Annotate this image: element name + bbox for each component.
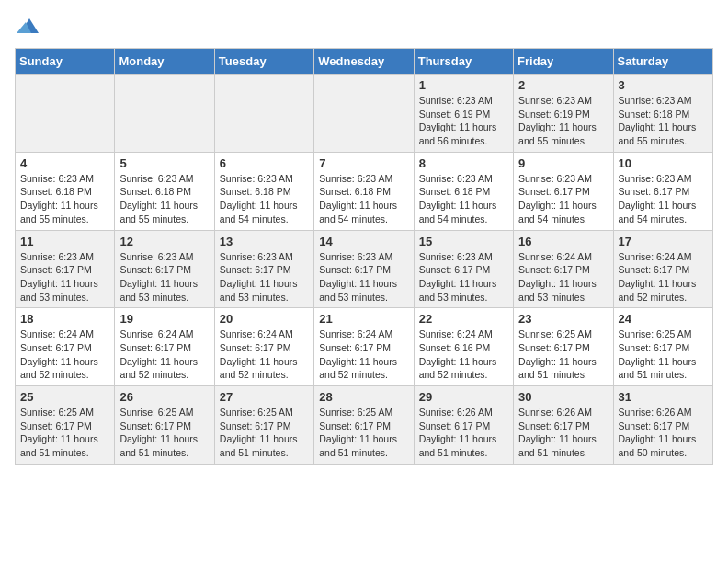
calendar-cell: 6Sunrise: 6:23 AM Sunset: 6:18 PM Daylig…: [214, 152, 313, 230]
day-info: Sunrise: 6:24 AM Sunset: 6:17 PM Dayligh…: [119, 327, 209, 382]
weekday-header-thursday: Thursday: [414, 49, 513, 75]
day-info: Sunrise: 6:23 AM Sunset: 6:18 PM Dayligh…: [20, 172, 109, 226]
weekday-header-wednesday: Wednesday: [314, 49, 414, 75]
calendar-cell: 22Sunrise: 6:24 AM Sunset: 6:16 PM Dayli…: [414, 308, 513, 386]
calendar-cell: 4Sunrise: 6:23 AM Sunset: 6:18 PM Daylig…: [16, 152, 115, 230]
calendar-cell: 23Sunrise: 6:25 AM Sunset: 6:17 PM Dayli…: [514, 308, 613, 386]
day-number: 2: [518, 78, 608, 92]
day-info: Sunrise: 6:25 AM Sunset: 6:17 PM Dayligh…: [518, 327, 608, 382]
day-number: 18: [20, 312, 109, 326]
weekday-header-sunday: Sunday: [16, 49, 115, 75]
day-info: Sunrise: 6:26 AM Sunset: 6:17 PM Dayligh…: [518, 406, 608, 460]
day-number: 7: [319, 156, 408, 170]
calendar-cell: 3Sunrise: 6:23 AM Sunset: 6:18 PM Daylig…: [613, 75, 712, 153]
calendar-cell: 19Sunrise: 6:24 AM Sunset: 6:17 PM Dayli…: [115, 308, 214, 386]
calendar-cell: 14Sunrise: 6:23 AM Sunset: 6:17 PM Dayli…: [314, 230, 414, 308]
day-number: 23: [518, 312, 608, 326]
calendar-cell: 2Sunrise: 6:23 AM Sunset: 6:19 PM Daylig…: [514, 75, 613, 153]
day-number: 28: [319, 390, 408, 404]
weekday-header-saturday: Saturday: [613, 49, 712, 75]
day-info: Sunrise: 6:23 AM Sunset: 6:19 PM Dayligh…: [419, 94, 508, 148]
day-number: 27: [220, 390, 309, 404]
calendar-cell: 16Sunrise: 6:24 AM Sunset: 6:17 PM Dayli…: [514, 230, 613, 308]
calendar-cell: [16, 75, 115, 153]
calendar-cell: 21Sunrise: 6:24 AM Sunset: 6:17 PM Dayli…: [314, 308, 414, 386]
day-info: Sunrise: 6:24 AM Sunset: 6:16 PM Dayligh…: [419, 327, 508, 382]
day-number: 5: [119, 156, 209, 170]
day-info: Sunrise: 6:23 AM Sunset: 6:17 PM Dayligh…: [619, 172, 708, 226]
day-number: 17: [619, 235, 708, 248]
weekday-header-monday: Monday: [115, 49, 214, 75]
day-number: 22: [419, 312, 508, 326]
calendar-week-row: 18Sunrise: 6:24 AM Sunset: 6:17 PM Dayli…: [16, 308, 713, 386]
calendar-week-row: 25Sunrise: 6:25 AM Sunset: 6:17 PM Dayli…: [16, 386, 713, 465]
calendar-cell: [314, 75, 414, 153]
page-header: [15, 15, 713, 37]
day-number: 9: [518, 156, 608, 170]
day-info: Sunrise: 6:25 AM Sunset: 6:17 PM Dayligh…: [119, 406, 209, 460]
calendar-cell: 12Sunrise: 6:23 AM Sunset: 6:17 PM Dayli…: [115, 230, 214, 308]
calendar-cell: 8Sunrise: 6:23 AM Sunset: 6:18 PM Daylig…: [414, 152, 513, 230]
calendar-table: SundayMondayTuesdayWednesdayThursdayFrid…: [15, 48, 713, 465]
day-number: 6: [220, 156, 309, 170]
calendar-week-row: 4Sunrise: 6:23 AM Sunset: 6:18 PM Daylig…: [16, 152, 713, 230]
day-info: Sunrise: 6:24 AM Sunset: 6:17 PM Dayligh…: [20, 327, 109, 382]
day-number: 8: [419, 156, 508, 170]
calendar-cell: 9Sunrise: 6:23 AM Sunset: 6:17 PM Daylig…: [514, 152, 613, 230]
weekday-header-row: SundayMondayTuesdayWednesdayThursdayFrid…: [16, 49, 713, 75]
day-number: 1: [419, 78, 508, 92]
day-number: 25: [20, 390, 109, 404]
calendar-cell: 24Sunrise: 6:25 AM Sunset: 6:17 PM Dayli…: [613, 308, 712, 386]
calendar-cell: 31Sunrise: 6:26 AM Sunset: 6:17 PM Dayli…: [613, 386, 712, 465]
day-info: Sunrise: 6:23 AM Sunset: 6:18 PM Dayligh…: [119, 172, 209, 226]
day-number: 21: [319, 312, 408, 326]
day-info: Sunrise: 6:23 AM Sunset: 6:18 PM Dayligh…: [319, 172, 408, 226]
calendar-cell: 29Sunrise: 6:26 AM Sunset: 6:17 PM Dayli…: [414, 386, 513, 465]
day-info: Sunrise: 6:23 AM Sunset: 6:18 PM Dayligh…: [619, 94, 708, 148]
day-info: Sunrise: 6:24 AM Sunset: 6:17 PM Dayligh…: [619, 250, 708, 304]
day-number: 24: [619, 312, 708, 326]
calendar-cell: [214, 75, 313, 153]
calendar-cell: 27Sunrise: 6:25 AM Sunset: 6:17 PM Dayli…: [214, 386, 313, 465]
day-info: Sunrise: 6:24 AM Sunset: 6:17 PM Dayligh…: [220, 327, 309, 382]
day-info: Sunrise: 6:23 AM Sunset: 6:18 PM Dayligh…: [419, 172, 508, 226]
calendar-week-row: 11Sunrise: 6:23 AM Sunset: 6:17 PM Dayli…: [16, 230, 713, 308]
calendar-cell: 18Sunrise: 6:24 AM Sunset: 6:17 PM Dayli…: [16, 308, 115, 386]
calendar-cell: 25Sunrise: 6:25 AM Sunset: 6:17 PM Dayli…: [16, 386, 115, 465]
calendar-cell: 13Sunrise: 6:23 AM Sunset: 6:17 PM Dayli…: [214, 230, 313, 308]
weekday-header-friday: Friday: [514, 49, 613, 75]
calendar-cell: 11Sunrise: 6:23 AM Sunset: 6:17 PM Dayli…: [16, 230, 115, 308]
day-number: 19: [119, 312, 209, 326]
calendar-cell: 28Sunrise: 6:25 AM Sunset: 6:17 PM Dayli…: [314, 386, 414, 465]
day-info: Sunrise: 6:25 AM Sunset: 6:17 PM Dayligh…: [20, 406, 109, 460]
day-number: 4: [20, 156, 109, 170]
calendar-cell: 7Sunrise: 6:23 AM Sunset: 6:18 PM Daylig…: [314, 152, 414, 230]
day-info: Sunrise: 6:23 AM Sunset: 6:17 PM Dayligh…: [20, 250, 109, 304]
logo-icon: [17, 15, 39, 37]
day-info: Sunrise: 6:26 AM Sunset: 6:17 PM Dayligh…: [619, 406, 708, 460]
day-number: 13: [220, 235, 309, 248]
calendar-cell: 26Sunrise: 6:25 AM Sunset: 6:17 PM Dayli…: [115, 386, 214, 465]
day-info: Sunrise: 6:23 AM Sunset: 6:19 PM Dayligh…: [518, 94, 608, 148]
day-number: 31: [619, 390, 708, 404]
day-info: Sunrise: 6:26 AM Sunset: 6:17 PM Dayligh…: [419, 406, 508, 460]
calendar-cell: 1Sunrise: 6:23 AM Sunset: 6:19 PM Daylig…: [414, 75, 513, 153]
day-number: 11: [20, 235, 109, 248]
logo: [15, 15, 39, 37]
day-info: Sunrise: 6:23 AM Sunset: 6:17 PM Dayligh…: [119, 250, 209, 304]
calendar-cell: [115, 75, 214, 153]
day-info: Sunrise: 6:25 AM Sunset: 6:17 PM Dayligh…: [619, 327, 708, 382]
calendar-cell: 20Sunrise: 6:24 AM Sunset: 6:17 PM Dayli…: [214, 308, 313, 386]
day-number: 3: [619, 78, 708, 92]
day-info: Sunrise: 6:24 AM Sunset: 6:17 PM Dayligh…: [518, 250, 608, 304]
day-info: Sunrise: 6:23 AM Sunset: 6:17 PM Dayligh…: [518, 172, 608, 226]
day-info: Sunrise: 6:23 AM Sunset: 6:17 PM Dayligh…: [419, 250, 508, 304]
day-number: 14: [319, 235, 408, 248]
calendar-week-row: 1Sunrise: 6:23 AM Sunset: 6:19 PM Daylig…: [16, 75, 713, 153]
calendar-cell: 30Sunrise: 6:26 AM Sunset: 6:17 PM Dayli…: [514, 386, 613, 465]
day-number: 16: [518, 235, 608, 248]
day-info: Sunrise: 6:24 AM Sunset: 6:17 PM Dayligh…: [319, 327, 408, 382]
calendar-cell: 5Sunrise: 6:23 AM Sunset: 6:18 PM Daylig…: [115, 152, 214, 230]
day-info: Sunrise: 6:23 AM Sunset: 6:18 PM Dayligh…: [220, 172, 309, 226]
day-number: 26: [119, 390, 209, 404]
